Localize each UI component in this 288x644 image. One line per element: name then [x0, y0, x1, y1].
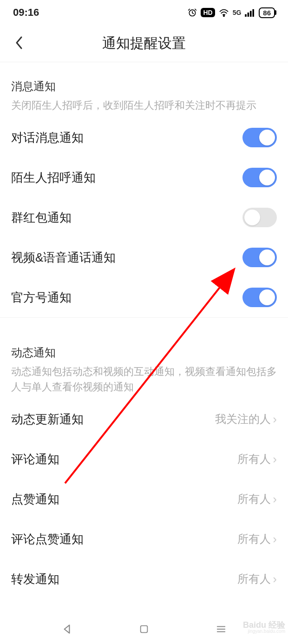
- row-activity-update[interactable]: 动态更新通知 我关注的人 ›: [11, 399, 277, 439]
- section-desc: 动态通知包括动态和视频的互动通知，视频查看通知包括多人与单人查看你视频的通知: [11, 364, 277, 394]
- network-label: 5G: [233, 9, 242, 16]
- status-bar: 09:16 HD 5G 86: [0, 0, 288, 25]
- row-like-notification[interactable]: 点赞通知 所有人 ›: [11, 479, 277, 519]
- row-label: 陌生人招呼通知: [11, 170, 96, 186]
- menu-recents-icon: [215, 624, 227, 634]
- row-label: 对话消息通知: [11, 130, 84, 146]
- row-label: 评论通知: [11, 451, 59, 467]
- row-official-account: 官方号通知: [11, 277, 277, 317]
- status-right: HD 5G 86: [188, 7, 275, 18]
- row-forward-notification[interactable]: 转发通知 所有人 ›: [11, 559, 277, 599]
- wifi-icon: [219, 8, 229, 17]
- chevron-right-icon: ›: [273, 452, 277, 467]
- hd-badge: HD: [201, 8, 215, 17]
- toggle-video-voice-call[interactable]: [242, 248, 277, 267]
- row-label: 评论点赞通知: [11, 531, 84, 547]
- row-value: 所有人 ›: [237, 532, 277, 546]
- section-header: 动态通知 动态通知包括动态和视频的互动通知，视频查看通知包括多人与单人查看你视频…: [11, 329, 277, 399]
- row-label: 点赞通知: [11, 491, 59, 507]
- page-header: 通知提醒设置: [0, 25, 288, 62]
- toggle-stranger-greeting[interactable]: [242, 168, 277, 187]
- row-label: 动态更新通知: [11, 411, 84, 427]
- back-button[interactable]: [9, 31, 29, 56]
- page-title: 通知提醒设置: [102, 34, 186, 53]
- chevron-right-icon: ›: [273, 412, 277, 427]
- alarm-icon: [188, 8, 197, 17]
- chevron-right-icon: ›: [273, 572, 277, 586]
- svg-rect-8: [141, 626, 148, 633]
- row-value: 我关注的人 ›: [215, 412, 277, 427]
- battery-indicator: 86: [259, 7, 275, 18]
- system-navbar: [0, 616, 288, 644]
- row-dialog-notification: 对话消息通知: [11, 118, 277, 158]
- row-label: 群红包通知: [11, 210, 72, 226]
- section-title: 消息通知: [11, 79, 277, 94]
- row-label: 视频&语音通话通知: [11, 250, 116, 266]
- toggle-dialog-notification[interactable]: [242, 128, 277, 147]
- toggle-group-redpacket[interactable]: [242, 208, 277, 227]
- row-video-voice-call: 视频&语音通话通知: [11, 237, 277, 277]
- row-label: 官方号通知: [11, 289, 72, 306]
- row-value: 所有人 ›: [237, 492, 277, 506]
- svg-rect-5: [253, 9, 255, 17]
- section-header: 消息通知 关闭陌生人招呼后，收到陌生人招呼和关注时不再提示: [11, 62, 277, 118]
- nav-recents-button[interactable]: [215, 624, 227, 636]
- svg-rect-3: [248, 13, 249, 17]
- chevron-left-icon: [15, 36, 23, 50]
- section-activity-notifications: 动态通知 动态通知包括动态和视频的互动通知，视频查看通知包括多人与单人查看你视频…: [0, 329, 288, 599]
- row-comment-like-notification[interactable]: 评论点赞通知 所有人 ›: [11, 519, 277, 559]
- square-home-icon: [139, 624, 149, 634]
- row-value: 所有人 ›: [237, 452, 277, 467]
- nav-home-button[interactable]: [139, 624, 149, 636]
- row-comment-notification[interactable]: 评论通知 所有人 ›: [11, 439, 277, 479]
- nav-back-button[interactable]: [61, 623, 73, 637]
- triangle-back-icon: [61, 623, 73, 635]
- row-stranger-greeting: 陌生人招呼通知: [11, 158, 277, 197]
- section-title: 动态通知: [11, 345, 277, 360]
- svg-point-1: [223, 15, 224, 16]
- row-group-redpacket: 群红包通知: [11, 197, 277, 237]
- signal-icon: [245, 8, 255, 17]
- chevron-right-icon: ›: [273, 532, 277, 546]
- row-label: 转发通知: [11, 571, 59, 587]
- status-time: 09:16: [13, 7, 39, 19]
- section-message-notifications: 消息通知 关闭陌生人招呼后，收到陌生人招呼和关注时不再提示 对话消息通知 陌生人…: [0, 62, 288, 317]
- svg-rect-2: [245, 14, 247, 17]
- chevron-right-icon: ›: [273, 492, 277, 506]
- svg-rect-4: [250, 11, 252, 17]
- section-divider: [0, 317, 288, 329]
- toggle-official-account[interactable]: [242, 288, 277, 307]
- section-desc: 关闭陌生人招呼后，收到陌生人招呼和关注时不再提示: [11, 98, 277, 113]
- row-value: 所有人 ›: [237, 572, 277, 586]
